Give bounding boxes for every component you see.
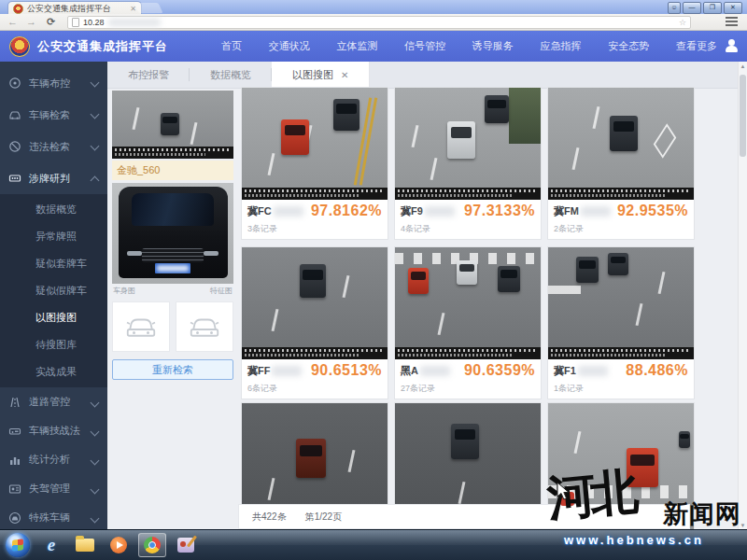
sidebar-item-special-vehicles[interactable]: 特殊车辆	[0, 503, 107, 530]
window-close-button[interactable]: ✕	[724, 2, 742, 14]
record-count: 4条记录	[401, 223, 430, 235]
submenu-data-overview[interactable]: 数据概览	[0, 196, 107, 223]
query-scene-photo[interactable]	[112, 91, 233, 159]
result-photo	[395, 88, 541, 200]
tab-image-search[interactable]: 以图搜图✕	[272, 62, 370, 88]
similarity-score: 92.9535%	[617, 203, 688, 219]
sidebar-item-vehicle-tactics[interactable]: 车辆技战法	[0, 416, 107, 445]
page-icon	[72, 18, 79, 27]
sidebar-item-license-loss[interactable]: 失驾管理	[0, 474, 107, 503]
plate-text: 冀F1	[554, 364, 608, 378]
nav-signal-control[interactable]: 信号管控	[404, 39, 445, 53]
scroll-down-icon[interactable]: ▼	[740, 523, 746, 528]
tab-control-alarm[interactable]: 布控报警	[107, 62, 190, 88]
submenu-abnormal-plates[interactable]: 异常牌照	[0, 223, 107, 250]
query-vehicle-photo[interactable]	[112, 183, 233, 284]
vehicle-slot-1[interactable]	[112, 301, 170, 352]
scrollbar-thumb[interactable]	[740, 75, 746, 157]
car-placeholder-icon	[188, 315, 221, 339]
sidebar-item-vehicle-control[interactable]: 车辆布控	[0, 67, 107, 99]
plate-text: 黑A	[401, 364, 450, 378]
nav-security-posture[interactable]: 安全态势	[608, 39, 649, 53]
result-card[interactable]: 黑A 90.6359% 27条记录	[394, 246, 542, 399]
nav-3d-monitor[interactable]: 立体监测	[336, 39, 377, 53]
media-player-icon[interactable]	[105, 533, 133, 557]
back-button[interactable]: ←	[7, 16, 18, 28]
road-icon	[8, 396, 21, 409]
result-card[interactable]: 冀FC 97.8162% 3条记录	[241, 87, 388, 240]
sidebar-item-violation-search[interactable]: 违法检索	[0, 131, 107, 162]
ban-icon	[8, 140, 21, 153]
scrollbar[interactable]: ▲ ▼	[738, 62, 747, 530]
nav-guidance-service[interactable]: 诱导服务	[472, 39, 514, 53]
browser-titlebar: 公安交通集成指挥平台 ✕ ☺ — ❐ ✕	[0, 0, 747, 14]
similarity-score: 88.486%	[626, 362, 688, 379]
nav-home[interactable]: 首页	[221, 39, 242, 53]
submenu-combat-results[interactable]: 实战成果	[0, 358, 107, 385]
url-text: 10.28	[83, 18, 105, 27]
forward-button[interactable]: →	[26, 16, 36, 28]
record-count: 2条记录	[554, 223, 584, 235]
result-photo	[548, 247, 694, 359]
nav-emergency-command[interactable]: 应急指挥	[541, 39, 582, 53]
sidebar-item-statistics[interactable]: 统计分析	[0, 445, 107, 474]
windows-logo-icon	[12, 539, 23, 551]
plate-text: 冀F9	[401, 204, 455, 218]
crop-image-label: 特征图	[210, 286, 233, 296]
internet-explorer-icon[interactable]: e	[37, 533, 65, 557]
result-card[interactable]: 冀F1 88.486% 1条记录	[547, 246, 695, 399]
new-tab-button[interactable]	[134, 3, 162, 13]
submenu-suspected-cloned-plate[interactable]: 疑似套牌车	[0, 250, 107, 277]
sidebar-item-vehicle-search[interactable]: 车辆检索	[0, 99, 107, 131]
window-minimize-button[interactable]: —	[683, 2, 701, 14]
nav-traffic-status[interactable]: 交通状况	[269, 39, 310, 53]
file-explorer-icon[interactable]	[71, 533, 99, 557]
result-card[interactable]: 冀F9 97.3133% 4条记录	[394, 87, 542, 240]
tab-data-overview[interactable]: 数据概览	[190, 62, 272, 88]
url-bar[interactable]: 10.28 ☆	[67, 16, 691, 29]
record-count: 6条记录	[247, 383, 277, 395]
start-orb[interactable]	[6, 533, 30, 557]
window-maximize-button[interactable]: ❐	[703, 2, 722, 14]
main-content: 布控报警 数据概览 以图搜图✕ 金驰_560 车身图 特征图	[107, 62, 747, 530]
content-tabbar: 布控报警 数据概览 以图搜图✕	[107, 62, 747, 89]
user-avatar-icon[interactable]	[725, 38, 740, 53]
target-icon	[8, 77, 21, 90]
app-title: 公安交通集成指挥平台	[37, 38, 168, 55]
license-icon	[8, 483, 21, 496]
special-car-icon	[8, 511, 21, 525]
plate-text: 冀FF	[247, 364, 302, 378]
result-card[interactable]: 冀FM 92.9535% 2条记录	[547, 87, 695, 240]
submenu-image-search[interactable]: 以图搜图	[0, 304, 107, 331]
chrome-icon[interactable]	[138, 533, 166, 557]
similarity-score: 97.3133%	[464, 203, 535, 219]
vehicle-slot-2[interactable]	[176, 301, 233, 352]
tactics-icon	[8, 425, 21, 438]
result-card[interactable]: 冀FF 90.6513% 6条记录	[241, 246, 388, 399]
paint-icon[interactable]	[172, 533, 200, 557]
app-header: 公安交通集成指挥平台 首页 交通状况 立体监测 信号管控 诱导服务 应急指挥 安…	[0, 31, 747, 62]
record-count: 1条记录	[554, 383, 584, 395]
site-favicon-icon	[13, 4, 23, 14]
profile-avatar-icon[interactable]: ☺	[668, 2, 681, 14]
submenu-suspected-fake-plate[interactable]: 疑似假牌车	[0, 277, 107, 304]
total-count: 共422条	[252, 511, 287, 524]
plate-text: 冀FM	[554, 204, 611, 218]
nav-view-more[interactable]: 查看更多	[676, 39, 717, 53]
browser-tab[interactable]: 公安交通集成指挥平台 ✕	[7, 1, 142, 15]
result-photo	[395, 247, 541, 359]
research-button[interactable]: 重新检索	[112, 359, 233, 380]
browser-menu-icon[interactable]	[726, 17, 738, 26]
plate-text: 冀FC	[247, 204, 303, 218]
tab-close-icon[interactable]: ✕	[341, 70, 348, 80]
reload-button[interactable]: ⟳	[47, 16, 55, 28]
license-plate	[155, 263, 190, 273]
bookmark-star-icon[interactable]: ☆	[679, 18, 686, 27]
page-indicator: 第1/22页	[305, 511, 342, 524]
scroll-up-icon[interactable]: ▲	[740, 63, 746, 69]
chart-icon	[8, 454, 21, 467]
sidebar-item-plate-analysis[interactable]: 涉牌研判	[0, 162, 107, 194]
submenu-pending-image-library[interactable]: 待搜图库	[0, 331, 107, 358]
record-count: 27条记录	[401, 383, 435, 395]
sidebar-item-road-control[interactable]: 道路管控	[0, 387, 107, 416]
